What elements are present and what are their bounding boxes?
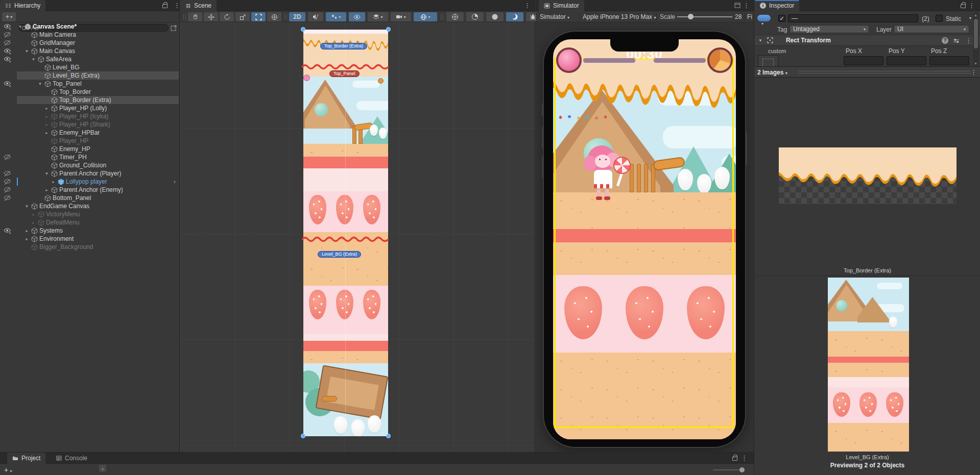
foldout-open-icon[interactable]: ▼ — [17, 24, 23, 29]
gizmos-button[interactable]: ▾ — [414, 12, 437, 21]
level-strip[interactable]: Top_Border (Extra) Top_Panel Level_BG (E… — [303, 30, 388, 436]
scale-tool-button[interactable] — [235, 12, 250, 21]
hierarchy-item[interactable]: Timer_PH — [0, 153, 179, 161]
prefab-enter-chevron-icon[interactable]: › — [174, 178, 176, 185]
foldout-arrow-icon[interactable]: ▼ — [758, 38, 762, 43]
presets-icon[interactable] — [953, 38, 960, 44]
foldout-closed-icon[interactable]: ▸ — [24, 229, 30, 233]
scale-slider-knob[interactable] — [688, 14, 694, 19]
asset-zoom-slider[interactable] — [713, 469, 743, 470]
toolbar-drag-handle[interactable] — [183, 14, 186, 20]
foldout-closed-icon[interactable]: ▸ — [44, 122, 50, 127]
foldout-closed-icon[interactable]: ▸ — [44, 106, 50, 111]
scene-label-top-panel[interactable]: Top_Panel — [329, 70, 360, 77]
chevron-down-icon[interactable]: ▾ — [761, 21, 763, 26]
lock-icon[interactable] — [961, 4, 966, 8]
hierarchy-item[interactable]: ▼Parent Anchor (Player) — [0, 169, 179, 178]
hierarchy-item[interactable]: Enemy_HP — [0, 145, 179, 153]
phone-screen[interactable]: 00:30 — [553, 39, 736, 439]
tab-console[interactable]: Console — [51, 453, 92, 464]
scene-visibility-button[interactable] — [349, 12, 365, 21]
scrollbar-thumb[interactable] — [974, 19, 978, 48]
rect-tool-button[interactable] — [251, 12, 266, 21]
tab-project[interactable]: Project — [7, 453, 45, 464]
scroll-down-icon[interactable]: ▼ — [974, 62, 977, 65]
active-checkbox[interactable]: ✓ — [778, 15, 785, 22]
kebab-menu-icon[interactable]: ⋮ — [174, 2, 180, 9]
eye-off-icon[interactable] — [4, 187, 14, 193]
hierarchy-item[interactable]: ▼Canvas Scene* — [0, 22, 179, 31]
pos-z-field[interactable] — [929, 56, 969, 65]
static-flags-chevron-icon[interactable]: ▾ — [969, 16, 971, 20]
shaded-wireframe-button[interactable] — [446, 12, 464, 21]
foldout-closed-icon[interactable]: ▸ — [44, 188, 50, 192]
tab-inspector[interactable]: i Inspector — [755, 0, 799, 11]
audio-mute-button[interactable] — [308, 12, 323, 21]
hierarchy-item[interactable]: ▸VictoryMenu — [0, 210, 179, 218]
rect-handle-bottom-left[interactable] — [301, 434, 305, 438]
toolbar-drag-handle[interactable] — [441, 14, 443, 20]
move-tool-button[interactable] — [204, 12, 218, 21]
hierarchy-item[interactable]: ▸Lollypop player› — [0, 178, 179, 186]
eye-icon[interactable] — [4, 56, 14, 62]
foldout-open-icon[interactable]: ▼ — [24, 204, 30, 209]
foldout-open-icon[interactable]: ▼ — [24, 49, 30, 54]
tab-simulator[interactable]: Simulator — [539, 0, 584, 11]
hierarchy-item[interactable]: Level_BG — [0, 63, 179, 71]
asset-zoom-knob[interactable] — [739, 467, 745, 472]
light-toggle-button[interactable] — [506, 12, 523, 21]
hierarchy-item[interactable]: GridManager — [0, 39, 179, 47]
column-splitter-handle[interactable]: ▾ — [99, 465, 106, 472]
scene-label-level-bg-extra[interactable]: Level_BG (Extra) — [318, 251, 361, 258]
pos-y-field[interactable] — [887, 56, 926, 65]
kebab-menu-icon[interactable]: ⋮ — [743, 2, 750, 9]
2d-mode-button[interactable]: 2D — [289, 12, 305, 21]
hierarchy-item[interactable]: ▼Top_Panel — [0, 80, 179, 88]
kebab-menu-icon[interactable]: ⋮ — [524, 2, 531, 9]
hierarchy-item[interactable]: ▸Player_HP (Shark) — [0, 120, 179, 129]
hierarchy-item[interactable]: Bottom_Panel — [0, 194, 179, 202]
kebab-menu-icon[interactable]: ⋮ — [965, 37, 972, 44]
foldout-closed-icon[interactable]: ▸ — [24, 237, 30, 241]
eye-off-icon[interactable] — [4, 40, 14, 46]
hierarchy-item[interactable]: ▼SafeArea — [0, 55, 179, 63]
preview-drag-grip[interactable] — [799, 71, 971, 73]
device-dropdown[interactable]: Apple iPhone 13 Pro Max ▾ — [583, 13, 656, 20]
eye-off-icon[interactable] — [4, 179, 14, 185]
hierarchy-item[interactable]: ▸Parent Anchor (Enemy) — [0, 186, 179, 194]
effects-button[interactable]: ▾ — [326, 12, 346, 21]
layer-dropdown[interactable]: UI▾ — [894, 25, 969, 33]
foldout-closed-icon[interactable]: ▸ — [31, 212, 36, 217]
eye-off-icon[interactable] — [4, 32, 14, 38]
foldout-closed-icon[interactable]: ▸ — [51, 180, 56, 184]
foldout-open-icon[interactable]: ▼ — [37, 82, 43, 86]
hierarchy-item[interactable]: ▼Main Canvas — [0, 47, 179, 55]
images-dropdown-button[interactable]: 2 Images ▾ — [757, 69, 787, 76]
tab-hierarchy[interactable]: Hierarchy — [0, 0, 45, 11]
rect-transform-header[interactable]: ▼ Rect Transform ? ⋮ — [755, 35, 980, 46]
eye-icon[interactable] — [4, 23, 14, 30]
foldout-closed-icon[interactable]: ▸ — [44, 114, 50, 119]
hierarchy-item[interactable]: ▸Player_HP (Icyka) — [0, 112, 179, 120]
hierarchy-item[interactable]: ▼EndGame Canvas — [0, 202, 179, 210]
scale-slider[interactable] — [677, 16, 732, 17]
scroll-up-icon[interactable]: ▲ — [974, 13, 977, 17]
eye-icon[interactable] — [4, 81, 14, 87]
create-object-button[interactable]: + ▾ — [2, 12, 16, 21]
eye-off-icon[interactable] — [4, 195, 14, 201]
hierarchy-item[interactable]: ▸Systems — [0, 227, 179, 235]
scene-viewport[interactable]: Top_Border (Extra) Top_Panel Level_BG (E… — [180, 22, 535, 452]
foldout-closed-icon[interactable]: ▸ — [44, 131, 50, 135]
foldout-open-icon[interactable]: ▼ — [31, 57, 36, 62]
lock-icon[interactable] — [732, 457, 737, 461]
hierarchy-item[interactable]: Player_HP — [0, 137, 179, 145]
eye-off-icon[interactable] — [4, 154, 14, 160]
project-create-button[interactable]: + ▾ — [4, 466, 12, 474]
toolbar-drag-handle[interactable] — [284, 14, 287, 20]
anchor-preset-button[interactable] — [758, 55, 778, 66]
hierarchy-item[interactable]: Top_Border — [0, 88, 179, 96]
tag-dropdown[interactable]: Untagged▾ — [790, 25, 869, 33]
rect-handle-bottom-right[interactable] — [386, 434, 391, 438]
pan-tool-button[interactable] — [188, 12, 202, 21]
scene-label-top-border-extra[interactable]: Top_Border (Extra) — [320, 43, 367, 49]
